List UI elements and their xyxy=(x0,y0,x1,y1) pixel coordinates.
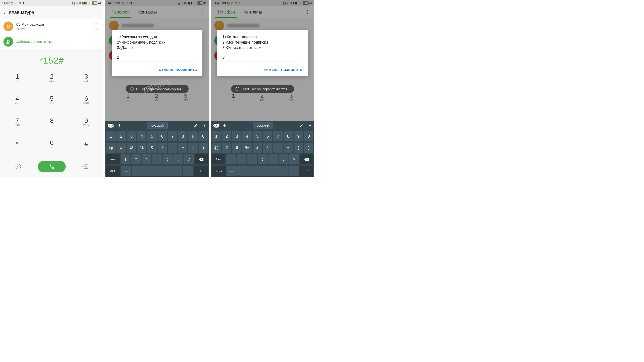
key-punct[interactable]: ; xyxy=(268,154,278,164)
go-button[interactable]: GO xyxy=(108,124,114,128)
language-button[interactable]: русский xyxy=(147,122,168,129)
key-space[interactable] xyxy=(132,166,182,176)
key-sym[interactable]: * xyxy=(263,143,272,153)
key-5[interactable]: 5 xyxy=(147,131,157,141)
key-punct[interactable]: , xyxy=(279,154,288,164)
collapse-button[interactable] xyxy=(14,163,22,170)
key-sym[interactable]: + xyxy=(284,143,293,153)
key-3[interactable]: 3 xyxy=(127,131,136,141)
dial-key-0[interactable]: 0+ xyxy=(34,136,69,151)
key-punct[interactable]: ? xyxy=(184,154,194,164)
key-punct[interactable]: , xyxy=(174,154,183,164)
ussd-input[interactable] xyxy=(222,54,303,62)
add-contact-row[interactable]: Добавить в контакты xyxy=(0,34,104,50)
dial-key-4[interactable]: 4GHI xyxy=(0,92,34,107)
key-backspace[interactable] xyxy=(194,154,208,164)
key-sym[interactable]: # xyxy=(116,143,126,153)
key-underscore[interactable]: — xyxy=(226,166,236,176)
edit-icon[interactable] xyxy=(194,124,198,128)
key-5[interactable]: 5 xyxy=(253,131,262,141)
key-enter[interactable] xyxy=(194,166,208,176)
edit-icon[interactable] xyxy=(299,124,303,128)
key-sym[interactable]: ) xyxy=(304,143,314,153)
call-button[interactable] xyxy=(38,161,66,172)
dial-key-6[interactable]: 6MNO xyxy=(69,92,104,107)
dial-key-*[interactable]: * xyxy=(0,136,34,151)
key-punct[interactable]: ' xyxy=(142,154,151,164)
key-sym[interactable]: ₽ xyxy=(127,143,136,153)
key-4[interactable]: 4 xyxy=(137,131,146,141)
key-7[interactable]: 7 xyxy=(273,131,283,141)
key-sym[interactable]: % xyxy=(137,143,146,153)
key-sym[interactable]: + xyxy=(178,143,188,153)
key-1[interactable]: 1 xyxy=(106,131,116,141)
key-sym[interactable]: & xyxy=(147,143,157,153)
cancel-button[interactable]: ОТМЕНА xyxy=(264,66,279,73)
key-2[interactable]: 2 xyxy=(222,131,232,141)
key-1[interactable]: 1 xyxy=(212,131,221,141)
collapse-icon[interactable]: ▼ xyxy=(203,124,206,128)
key-sym[interactable]: ) xyxy=(198,143,208,153)
language-button[interactable]: русский xyxy=(253,122,273,129)
key-space[interactable] xyxy=(238,166,288,176)
key-7[interactable]: 7 xyxy=(168,131,177,141)
key-punct[interactable]: " xyxy=(131,154,141,164)
mic-icon[interactable] xyxy=(222,124,226,128)
back-button[interactable]: ‹ xyxy=(4,9,5,16)
key-sym[interactable]: * xyxy=(158,143,167,153)
go-button[interactable]: GO xyxy=(214,124,219,128)
key-punct[interactable]: ' xyxy=(247,154,257,164)
dial-key-2[interactable]: 2ABC xyxy=(34,70,69,85)
key-4[interactable]: 4 xyxy=(242,131,252,141)
key-3[interactable]: 3 xyxy=(232,131,242,141)
send-button[interactable]: ПОЗВОНИТЬ xyxy=(176,66,197,73)
key-sym[interactable]: ₽ xyxy=(232,143,242,153)
key-enter[interactable] xyxy=(300,166,314,176)
key-sym[interactable]: @ xyxy=(106,143,116,153)
collapse-icon[interactable]: ▼ xyxy=(308,124,312,128)
key-underscore[interactable]: — xyxy=(121,166,131,176)
dial-key-9[interactable]: 9WXYZ xyxy=(69,114,104,129)
key-punct[interactable]: ! xyxy=(121,154,130,164)
dial-key-#[interactable]: # xyxy=(69,136,104,151)
key-9[interactable]: 9 xyxy=(294,131,303,141)
dial-key-8[interactable]: 8TUV xyxy=(34,114,69,129)
key-punct[interactable]: ! xyxy=(226,154,236,164)
key-0[interactable]: 0 xyxy=(198,131,208,141)
key-sym[interactable]: ( xyxy=(188,143,198,153)
cancel-button[interactable]: ОТМЕНА xyxy=(158,66,174,73)
key-sym[interactable]: ( xyxy=(294,143,303,153)
key-sym[interactable]: - xyxy=(273,143,283,153)
mic-icon[interactable] xyxy=(117,124,121,128)
key-sym[interactable]: % xyxy=(242,143,252,153)
key-abc[interactable]: ABC xyxy=(212,166,226,176)
key-symbols[interactable]: #+= xyxy=(212,154,225,164)
key-punct[interactable]: : xyxy=(258,154,267,164)
key-6[interactable]: 6 xyxy=(158,131,167,141)
key-8[interactable]: 8 xyxy=(178,131,188,141)
key-punct[interactable]: ? xyxy=(289,154,299,164)
key-dot[interactable]: . xyxy=(183,166,193,176)
key-0[interactable]: 0 xyxy=(304,131,314,141)
dial-key-5[interactable]: 5JKL xyxy=(34,92,69,107)
key-punct[interactable]: : xyxy=(152,154,162,164)
contact-detail-button[interactable]: › xyxy=(94,23,100,30)
key-sym[interactable]: @ xyxy=(212,143,221,153)
key-2[interactable]: 2 xyxy=(116,131,126,141)
key-dot[interactable]: . xyxy=(288,166,298,176)
key-punct[interactable]: ; xyxy=(163,154,172,164)
key-punct[interactable]: " xyxy=(236,154,246,164)
dial-key-1[interactable]: 1∞ xyxy=(0,70,34,85)
key-abc[interactable]: ABC xyxy=(106,166,120,176)
send-button[interactable]: ПОЗВОНИТЬ xyxy=(281,66,303,73)
contact-match-row[interactable]: O 03.Мои расходы *152# › xyxy=(0,19,104,34)
key-symbols[interactable]: #+= xyxy=(106,154,120,164)
ussd-input[interactable] xyxy=(117,54,197,62)
dial-key-7[interactable]: 7PQRS xyxy=(0,114,34,129)
key-backspace[interactable] xyxy=(300,154,314,164)
backspace-button[interactable] xyxy=(81,163,89,170)
key-6[interactable]: 6 xyxy=(263,131,272,141)
dial-key-3[interactable]: 3DEF xyxy=(69,70,104,85)
key-sym[interactable]: & xyxy=(253,143,262,153)
key-8[interactable]: 8 xyxy=(284,131,293,141)
